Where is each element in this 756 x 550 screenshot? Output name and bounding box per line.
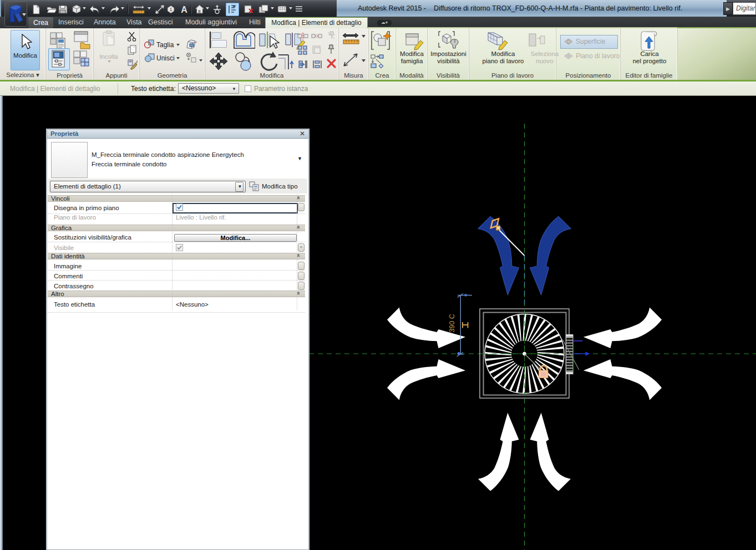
- svg-text:390 C: 390 C: [448, 314, 456, 332]
- svg-text:A: A: [181, 5, 187, 14]
- svg-text:1: 1: [169, 7, 172, 12]
